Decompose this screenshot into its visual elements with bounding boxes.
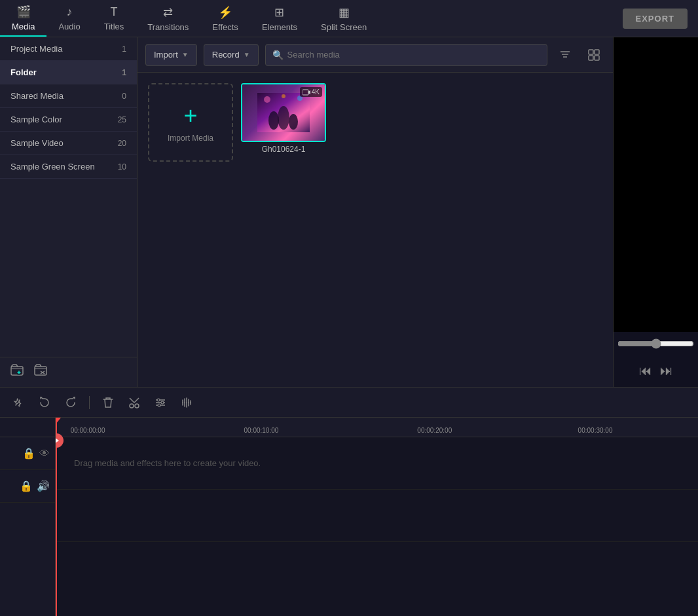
svg-line-25 [134,398,139,403]
svg-point-29 [157,399,160,401]
svg-line-24 [130,398,134,403]
sidebar-item-sample-video-label: Sample Video [10,138,64,148]
svg-point-30 [161,401,164,404]
svg-point-23 [135,404,139,408]
svg-point-22 [130,404,134,408]
nav-transitions[interactable]: ⇄ Transitions [136,0,200,37]
nav-elements[interactable]: ⊞ Elements [250,0,309,37]
filter-button[interactable] [554,44,576,66]
import-dropdown-arrow: ▼ [182,51,189,58]
plus-icon: + [183,102,197,130]
timeline-body: 🔒 👁 🔒 🔊 00:00:00:00 00:00:10:00 00:00:20… [0,418,698,616]
record-dropdown-arrow: ▼ [244,51,250,58]
nav-titles-label: Titles [104,22,124,31]
export-button[interactable]: EXPORT [623,9,688,29]
toolbar-separator-1 [89,396,90,409]
track-2-audio-button[interactable]: 🔊 [37,480,50,492]
nav-titles[interactable]: T Titles [92,0,136,37]
svg-rect-12 [589,56,593,60]
top-nav: 🎬 Media ♪ Audio T Titles ⇄ Transitions ⚡… [0,0,698,37]
nav-audio[interactable]: ♪ Audio [46,0,92,37]
search-bar: 🔍 [265,44,547,66]
svg-point-18 [264,96,270,103]
sidebar-item-sample-green-screen-count: 10 [118,162,126,172]
preview-screen [614,37,698,332]
media-thumb-gh010624: 4K [241,83,326,142]
sidebar-item-sample-green-screen-label: Sample Green Screen [10,162,95,172]
search-icon: 🔍 [272,50,284,60]
nav-split-screen[interactable]: ▦ Split Screen [309,0,378,37]
redo-button[interactable] [60,392,81,413]
titles-icon: T [110,5,117,19]
split-screen-icon: ▦ [339,5,350,20]
sidebar-item-sample-color[interactable]: Sample Color 25 [0,108,137,132]
sidebar-item-folder[interactable]: Folder 1 [0,61,137,84]
ruler-corner [0,418,55,437]
sidebar-item-shared-media[interactable]: Shared Media 0 [0,84,137,108]
sidebar-item-sample-color-count: 25 [118,115,126,124]
svg-point-17 [289,114,298,130]
video-track[interactable]: Drag media and effects here to create yo… [56,437,698,490]
sidebar-item-sample-video[interactable]: Sample Video 20 [0,132,137,155]
svg-rect-21 [303,90,308,95]
transitions-icon: ⇄ [163,5,173,20]
media-toolbar: Import ▼ Record ▼ 🔍 [138,37,613,73]
effects-icon: ⚡ [218,5,232,20]
svg-point-15 [268,111,279,130]
media-item-name: Gh010624-1 [262,145,306,154]
preview-controls: ⏮ ⏭ [639,363,673,378]
preview-next-button[interactable]: ⏭ [660,363,673,378]
properties-button[interactable] [150,392,171,413]
audio-wave-button[interactable] [176,392,197,413]
media-item-gh010624[interactable]: 4K Gh010624-1 [241,83,326,162]
svg-rect-11 [595,50,599,54]
preview-scrubber[interactable] [617,338,693,349]
preview-prev-button[interactable]: ⏮ [639,363,652,378]
nav-effects[interactable]: ⚡ Effects [200,0,250,37]
remove-folder-button[interactable] [34,364,47,380]
sidebar-item-shared-media-label: Shared Media [10,91,64,101]
nav-transitions-label: Transitions [147,22,189,32]
track-1-lock-button[interactable]: 🔒 [22,447,35,460]
add-folder-button[interactable] [10,364,24,380]
elements-icon: ⊞ [274,5,284,20]
nav-effects-label: Effects [212,22,238,32]
svg-point-31 [158,404,160,407]
track-2-controls: 🔒 🔊 [0,470,55,503]
timeline-playhead[interactable] [56,418,57,616]
svg-rect-10 [589,50,593,54]
sidebar-item-sample-color-label: Sample Color [10,115,62,124]
import-media-label: Import Media [168,134,213,143]
sidebar-item-folder-label: Folder [10,67,37,77]
timeline-controls-col: 🔒 👁 🔒 🔊 [0,418,56,616]
cut-button[interactable] [124,392,145,413]
track-1-controls: 🔒 👁 [0,437,55,470]
media-badge-label: 4K [312,88,320,96]
undo-button[interactable] [34,392,55,413]
sidebar-footer [0,357,137,387]
sidebar: Project Media 1 Folder 1 Shared Media 0 … [0,37,138,387]
sidebar-item-project-media[interactable]: Project Media 1 [0,37,137,61]
video-track-hint: Drag media and effects here to create yo… [74,458,261,468]
nav-media[interactable]: 🎬 Media [0,0,46,37]
import-dropdown[interactable]: Import ▼ [145,44,197,66]
nav-audio-label: Audio [58,22,80,31]
preview-panel: ⏮ ⏭ [613,37,698,387]
preview-slider-container [617,338,693,352]
grid-view-button[interactable] [583,44,605,66]
svg-point-16 [278,106,289,130]
import-media-button[interactable]: + Import Media [148,83,233,162]
timeline: 🔒 👁 🔒 🔊 00:00:00:00 00:00:10:00 00:00:20… [0,387,698,616]
media-grid: + Import Media [138,73,613,387]
link-button[interactable] [8,392,29,413]
sidebar-item-sample-green-screen[interactable]: Sample Green Screen 10 [0,155,137,179]
svg-rect-4 [35,367,46,375]
search-input[interactable] [287,50,540,60]
record-dropdown[interactable]: Record ▼ [204,44,259,66]
track-2-lock-button[interactable]: 🔒 [20,480,33,492]
audio-track[interactable] [56,490,698,542]
track-1-visible-button[interactable]: 👁 [39,448,50,460]
nav-elements-label: Elements [262,22,297,32]
media-icon: 🎬 [16,5,31,19]
delete-button[interactable] [98,392,119,413]
